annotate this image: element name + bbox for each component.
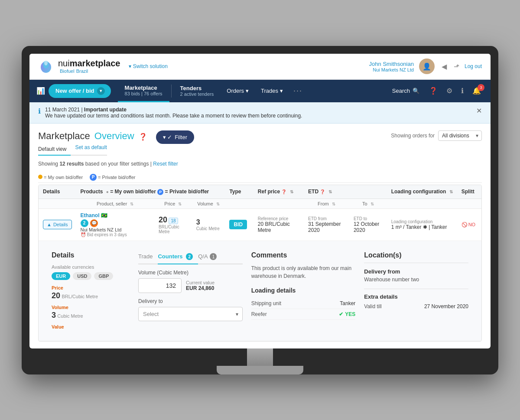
- details-button[interactable]: ▲ Details: [43, 220, 72, 229]
- sort-etd-icon[interactable]: ⇅: [328, 189, 332, 194]
- nav-tenders-label: Tenders: [180, 85, 214, 91]
- detail-price-unit: BRL/Cubic Metre: [62, 294, 98, 299]
- sort-price-icon[interactable]: ⇅: [178, 202, 182, 206]
- expanded-cell: Details Available currencies EUR USD GBP…: [39, 241, 481, 341]
- td-etd-from: ETD from 31 September 2020: [304, 208, 349, 241]
- sub-th-etdfrom: From ⇅: [304, 199, 349, 208]
- default-view-tab[interactable]: Default view: [38, 144, 71, 156]
- nav-tenders[interactable]: Tenders 2 active tenders: [173, 80, 221, 102]
- set-as-default-link[interactable]: Set as default: [75, 144, 107, 155]
- legend-bar: = My own bid/offer P = Private bid/offer: [38, 172, 482, 183]
- delivery-select[interactable]: Select: [138, 307, 243, 321]
- product-name[interactable]: Ethanol: [81, 212, 100, 218]
- divisions-select[interactable]: All divisions: [438, 130, 482, 141]
- valid-till-label: Valid till: [364, 303, 381, 309]
- td-price: 20 18 BRL/Cubic Metre: [154, 208, 192, 241]
- detail-price-row: 20 BRL/Cubic Metre: [52, 291, 130, 300]
- tab-qa[interactable]: Q/A 1: [198, 251, 222, 265]
- qa-badge: 1: [210, 253, 217, 260]
- new-offer-label: New offer / bid: [55, 88, 94, 94]
- sub-th-etdto: To ⇅: [349, 199, 387, 208]
- nav-more-btn[interactable]: ···: [289, 80, 307, 102]
- header-share-btn[interactable]: ⬏: [452, 61, 461, 72]
- details-panel: Details Available currencies EUR USD GBP…: [52, 251, 130, 330]
- delivery-label: Delivery to: [138, 298, 243, 304]
- comments-panel: Comments This product is only available …: [251, 251, 356, 330]
- trade-volume-label: Volume (Cubic Metre): [138, 270, 243, 276]
- alert-banner: ℹ 11 March 2021 | Important update We ha…: [29, 102, 491, 124]
- filter-info: Showing 12 results based on your filter …: [38, 161, 482, 167]
- alert-close-btn[interactable]: ✕: [476, 107, 482, 115]
- own-bid-legend: = My own bid/offer: [44, 175, 83, 180]
- ref-price-label: Reference price: [258, 216, 299, 221]
- tab-trade[interactable]: Trade: [138, 251, 158, 265]
- sub-th-price: Price ⇅: [154, 199, 192, 208]
- sub-th-volume: Volume ⇅: [192, 199, 225, 208]
- location-title: Location(s): [364, 251, 468, 263]
- user-name[interactable]: John Smithsonian: [369, 61, 414, 67]
- price-unit: BRL/Cubic Metre: [159, 225, 188, 234]
- badge-orange: 💬: [90, 219, 98, 227]
- overview-help-icon[interactable]: ❓: [139, 133, 147, 141]
- nav-orders-btn[interactable]: Orders ▾: [221, 80, 255, 102]
- nav-info-btn[interactable]: ℹ: [458, 85, 466, 97]
- ref-price-val: 20 BRL/Cubic Metre: [258, 221, 299, 233]
- filter-pre: Showing: [38, 161, 58, 167]
- filter-icon: ▾ ✓: [163, 134, 172, 140]
- sort-volume-icon[interactable]: ⇅: [216, 202, 220, 206]
- switch-solution-link[interactable]: Switch solution: [129, 63, 167, 69]
- nav-separator: [171, 85, 172, 98]
- content-area: Marketplace Overview ❓ Default view Set …: [29, 124, 491, 348]
- sub-th-split: [457, 199, 481, 208]
- private-bid-legend: = Private bid/offer: [98, 174, 135, 179]
- td-refprice: Reference price 20 BRL/Cubic Metre: [254, 208, 304, 241]
- user-info: John Smithsonian Nui Markets NZ Ltd: [369, 61, 414, 72]
- sort-to-icon[interactable]: ⇅: [370, 202, 374, 206]
- sub-th-loading: [387, 199, 457, 208]
- nav-trades-btn[interactable]: Trades ▾: [255, 80, 289, 102]
- chip-usd[interactable]: USD: [73, 272, 91, 280]
- trade-tabs: Trade Counters 2 Q/A 1: [138, 251, 243, 265]
- nav-settings-btn[interactable]: ⚙: [444, 85, 455, 97]
- volume-input[interactable]: [138, 278, 182, 293]
- sort-from-icon[interactable]: ⇅: [332, 202, 335, 206]
- filter-button[interactable]: ▾ ✓ Filter: [156, 130, 195, 144]
- header-right: John Smithsonian Nui Markets NZ Ltd 👤 ◀ …: [369, 59, 482, 74]
- current-value-val: EUR 24,860: [186, 285, 214, 291]
- svg-point-2: [44, 60, 48, 65]
- product-flag: 🇧🇷: [101, 212, 107, 218]
- reset-filter-link[interactable]: Reset filter: [153, 161, 178, 167]
- page-title: Marketplace: [38, 130, 90, 142]
- nav-help-btn[interactable]: ❓: [426, 85, 440, 97]
- detail-volume-label: Volume: [52, 305, 130, 310]
- shipping-label: Shipping unit: [251, 300, 281, 306]
- nav-marketplace[interactable]: Marketplace 83 bids | 76 offers: [118, 80, 169, 102]
- logout-button[interactable]: Log out: [465, 63, 482, 69]
- chart-icon[interactable]: 📊: [36, 87, 45, 95]
- nav-search-btn[interactable]: Search 🔍: [389, 86, 423, 96]
- sort-product-icon[interactable]: ⇅: [130, 202, 133, 206]
- reefer-row: Reefer ✔ YES: [251, 309, 356, 320]
- new-offer-button[interactable]: New offer / bid ▾: [49, 84, 111, 98]
- details-btn-label: Details: [53, 222, 68, 227]
- alert-text: 11 March 2021 | Important update We have…: [45, 107, 302, 119]
- nav-bar: 📊 New offer / bid ▾ Marketplace 83 bids …: [29, 80, 491, 102]
- chip-eur[interactable]: EUR: [52, 272, 70, 280]
- table-wrapper: Details Products ● = My own bid/offer P …: [38, 185, 482, 342]
- details-panel-title: Details: [52, 251, 130, 259]
- tab-counters[interactable]: Counters 2: [158, 251, 198, 265]
- th-split: Splitt: [457, 185, 481, 199]
- header-arrow-btn[interactable]: ◀: [440, 61, 448, 72]
- logo-text: nuimarketplace BiofuelBrazil: [58, 58, 120, 74]
- sort-loading-icon[interactable]: ⇅: [449, 189, 453, 194]
- extra-details-title: Extra details: [364, 289, 468, 300]
- loading-label: Loading configuration: [391, 219, 453, 224]
- nav-notifications-btn[interactable]: 🔔 3: [470, 85, 484, 97]
- detail-volume-unit: Cubic Metre: [57, 313, 83, 319]
- expanded-content: Details Available currencies EUR USD GBP…: [43, 244, 477, 337]
- sort-refprice-icon[interactable]: ⇅: [290, 189, 293, 194]
- delivery-from-title: Delivery from: [364, 268, 468, 275]
- valid-till-val: 27 November 2020: [424, 303, 468, 309]
- user-company[interactable]: Nui Markets NZ Ltd: [369, 67, 414, 72]
- chip-gbp[interactable]: GBP: [94, 272, 113, 280]
